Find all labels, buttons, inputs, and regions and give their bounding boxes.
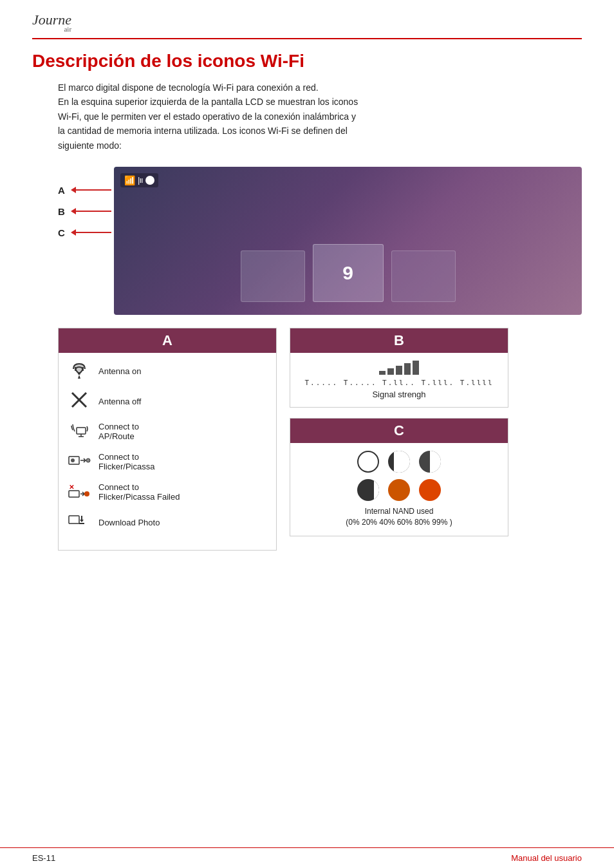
panel-a-body: Antenna on Antenna off (59, 353, 276, 550)
circle-0pct (357, 451, 379, 473)
arrow-b (71, 208, 111, 214)
panels-row: A (58, 328, 582, 551)
bar-1 (379, 371, 386, 375)
flicker-fail-label: Connect toFlicker/Picassa Failed (98, 482, 180, 502)
arrowhead-c (71, 229, 76, 236)
thumb-center: 9 (313, 244, 384, 302)
arrowhead-a (71, 187, 76, 193)
bar-2 (387, 368, 394, 375)
signal-bars-display (299, 361, 499, 375)
download-icon (68, 512, 91, 533)
label-b: B (58, 206, 111, 217)
svg-text:✕: ✕ (69, 484, 74, 491)
svg-point-9 (86, 458, 90, 462)
device-wifi-icon: 📶 (124, 175, 135, 185)
icon-row-antenna-off: Antenna off (68, 391, 267, 412)
antenna-off-label: Antenna off (98, 397, 141, 406)
flicker-fail-icon: ✕ (68, 482, 91, 503)
label-c: C (58, 227, 111, 238)
icon-row-download: Download Photo (68, 512, 267, 533)
arrow-c (71, 229, 111, 236)
label-a: A (58, 185, 111, 196)
circle-99pct (419, 479, 441, 501)
ap-route-label: Connect toAP/Route (98, 422, 139, 441)
icon-row-ap-route: Connect toAP/Route (68, 421, 267, 442)
panel-c-header: C (290, 419, 508, 443)
flicker-ok-icon (68, 451, 91, 473)
signal-label: Signal strengh (299, 390, 499, 399)
thumb-left (241, 250, 305, 302)
icon-row-flicker-fail: ✕ Connect toFlicker/Picassa Failed (68, 482, 267, 503)
bar-4 (404, 363, 411, 375)
svg-point-0 (78, 372, 80, 375)
footer: ES-11 Manual del usuario (0, 847, 614, 868)
svg-rect-14 (69, 516, 79, 524)
circle-40pct (419, 451, 441, 473)
panel-c-body: Internal NAND used(0% 20% 40% 60% 80% 99… (290, 443, 508, 536)
svg-point-13 (84, 491, 89, 496)
circle-60pct-mask (374, 479, 380, 501)
icon-row-flicker-ok: Connect toFlicker/Picassa (68, 451, 267, 473)
panel-bc: B T..... T..... T.ll.. T.lll. T.llll Sig… (290, 328, 508, 551)
main-image-area: A B C (58, 167, 582, 315)
thumb-right (391, 250, 456, 302)
download-label: Download Photo (98, 518, 160, 527)
bar-3 (396, 366, 402, 375)
icon-row-antenna-on: Antenna on (68, 361, 267, 382)
device-icon-bar: 📶 |ıı (120, 173, 158, 187)
circles-row-2 (299, 479, 499, 501)
circle-20pct (388, 451, 410, 473)
wifi-off-icon (68, 391, 91, 412)
footer-manual-label: Manual del usuario (511, 853, 582, 863)
arrowshaft-b (76, 211, 111, 212)
arrowshaft-c (76, 232, 111, 233)
panel-a-header: A (59, 328, 276, 353)
wifi-on-icon (68, 361, 91, 382)
antenna-on-label: Antenna on (98, 366, 142, 376)
svg-rect-11 (69, 491, 79, 497)
svg-point-7 (71, 458, 75, 462)
label-a-text: A (58, 185, 67, 196)
bar-5 (413, 361, 419, 375)
ap-route-icon (68, 421, 91, 442)
page-title: Descripción de los iconos Wi-Fi (32, 51, 582, 71)
panel-a: A (58, 328, 277, 551)
panel-b-body: T..... T..... T.ll.. T.lll. T.llll Signa… (290, 353, 508, 407)
circle-80pct (388, 479, 410, 501)
nand-label: Internal NAND used(0% 20% 40% 60% 80% 99… (299, 506, 499, 528)
circle-20pct-mask (394, 451, 411, 473)
panel-c: C (290, 418, 508, 536)
panel-b-header: B (290, 328, 508, 353)
panel-b: B T..... T..... T.ll.. T.lll. T.llll Sig… (290, 328, 508, 408)
arrowhead-b (71, 208, 76, 214)
arrowshaft-a (76, 189, 111, 191)
device-signal-bars: |ıı (138, 175, 143, 185)
circles-row-1 (299, 451, 499, 473)
footer-page-number: ES-11 (32, 853, 55, 863)
page-header: Journe air (32, 13, 582, 39)
logo: Journe air (32, 13, 71, 33)
intro-text: El marco digital dispone de tecnología W… (58, 80, 582, 153)
circle-40pct-mask (430, 451, 441, 473)
label-c-text: C (58, 227, 67, 238)
device-circle (145, 176, 154, 185)
svg-rect-3 (77, 428, 86, 434)
flicker-ok-label: Connect toFlicker/Picassa (98, 452, 154, 471)
signal-text-display: T..... T..... T.ll.. T.lll. T.llll (299, 379, 499, 387)
circle-60pct (357, 479, 379, 501)
arrow-a (71, 187, 111, 193)
device-image: 📶 |ıı 9 (114, 167, 582, 315)
label-b-text: B (58, 206, 67, 217)
